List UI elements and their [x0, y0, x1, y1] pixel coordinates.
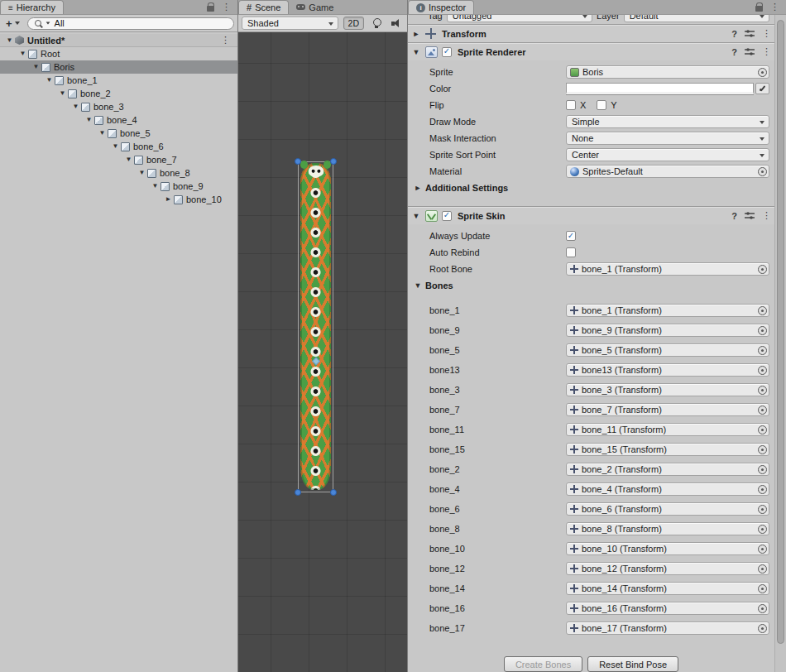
draw-mode-dropdown[interactable]: Simple — [566, 115, 769, 128]
object-picker-icon[interactable] — [758, 505, 767, 514]
inspector-scrollbar[interactable] — [774, 15, 786, 672]
color-swatch[interactable] — [566, 83, 754, 94]
sprite-sort-point-dropdown[interactable]: Center — [566, 148, 769, 161]
selection-handle[interactable] — [330, 489, 337, 496]
tree-item-bone-9[interactable]: ▼ bone_9 — [0, 180, 237, 193]
always-update-checkbox[interactable]: ✓ — [566, 231, 576, 241]
foldout-closed-icon[interactable]: ► — [411, 30, 421, 38]
bones-foldout[interactable]: ▼ Bones — [408, 277, 786, 294]
scene-menu-icon[interactable]: ⋮ — [221, 36, 230, 45]
object-picker-icon[interactable] — [758, 465, 767, 474]
create-bones-button[interactable]: Create Bones — [504, 656, 582, 672]
preset-icon[interactable] — [745, 211, 755, 220]
object-picker-icon[interactable] — [758, 366, 767, 375]
bone-object-field[interactable]: bone_12 (Transform) — [566, 562, 769, 575]
tree-item-bone-5[interactable]: ▼ bone_5 — [0, 127, 237, 140]
foldout-open-icon[interactable]: ▼ — [84, 113, 93, 127]
tab-game[interactable]: Game — [289, 0, 341, 14]
object-picker-icon[interactable] — [758, 604, 767, 613]
tree-item-bone-3[interactable]: ▼ bone_3 — [0, 100, 237, 113]
foldout-open-icon[interactable]: ▼ — [71, 100, 80, 113]
boris-sprite[interactable] — [300, 163, 331, 490]
component-menu-icon[interactable]: ⋮ — [762, 211, 771, 220]
hierarchy-search-input[interactable]: All — [27, 17, 234, 30]
selection-handle[interactable] — [295, 158, 301, 165]
bone-object-field[interactable]: bone13 (Transform) — [566, 363, 769, 377]
object-picker-icon[interactable] — [758, 584, 767, 593]
2d-toggle-button[interactable]: 2D — [343, 17, 364, 30]
tab-hierarchy[interactable]: ≡ Hierarchy — [0, 0, 64, 14]
foldout-open-icon[interactable]: ▼ — [411, 212, 421, 220]
tree-item-boris[interactable]: ▼ Boris — [0, 60, 237, 74]
sprite-renderer-component-header[interactable]: ▼ ✓ Sprite Renderer ? ⋮ — [408, 42, 786, 60]
audio-toggle-icon[interactable] — [389, 17, 404, 30]
panel-menu-icon[interactable]: ⋮ — [770, 2, 779, 12]
foldout-open-icon[interactable]: ▼ — [18, 47, 27, 60]
bone-object-field[interactable]: bone_11 (Transform) — [566, 423, 769, 436]
foldout-open-icon[interactable]: ▼ — [31, 60, 41, 74]
tree-item-bone-10[interactable]: ► bone_10 — [0, 193, 237, 206]
object-picker-icon[interactable] — [758, 265, 767, 274]
tree-item-bone-7[interactable]: ▼ bone_7 — [0, 153, 237, 166]
preset-icon[interactable] — [745, 47, 755, 56]
flip-y-checkbox[interactable] — [597, 100, 606, 110]
help-icon[interactable]: ? — [731, 29, 737, 39]
object-picker-icon[interactable] — [758, 525, 767, 534]
tag-dropdown[interactable]: Untagged — [447, 15, 592, 22]
object-picker-icon[interactable] — [758, 425, 767, 434]
tree-item-root[interactable]: ▼ Root — [0, 47, 237, 60]
object-picker-icon[interactable] — [758, 306, 767, 315]
foldout-open-icon[interactable]: ▼ — [58, 87, 67, 100]
tree-item-bone-2[interactable]: ▼ bone_2 — [0, 87, 237, 100]
flip-x-checkbox[interactable] — [566, 100, 576, 110]
scene-viewport[interactable] — [238, 32, 407, 672]
eyedropper-icon[interactable] — [755, 83, 769, 94]
component-menu-icon[interactable]: ⋮ — [762, 47, 771, 56]
bone-object-field[interactable]: bone_9 (Transform) — [566, 324, 769, 337]
bone-object-field[interactable]: bone_1 (Transform) — [566, 304, 769, 317]
bone-object-field[interactable]: bone_7 (Transform) — [566, 403, 769, 416]
object-picker-icon[interactable] — [758, 346, 767, 355]
bone-object-field[interactable]: bone_10 (Transform) — [566, 542, 769, 555]
component-menu-icon[interactable]: ⋮ — [762, 29, 771, 38]
foldout-open-icon[interactable]: ▼ — [111, 140, 120, 153]
tab-scene[interactable]: # Scene — [238, 0, 289, 14]
transform-component-header[interactable]: ► Transform ? ⋮ — [408, 24, 786, 42]
object-picker-icon[interactable] — [758, 485, 767, 494]
scrollbar-thumb[interactable] — [777, 20, 784, 644]
tree-item-bone-4[interactable]: ▼ bone_4 — [0, 113, 237, 127]
tree-item-bone-6[interactable]: ▼ bone_6 — [0, 140, 237, 153]
preset-icon[interactable] — [745, 29, 755, 38]
reset-bind-pose-button[interactable]: Reset Bind Pose — [587, 656, 678, 672]
foldout-closed-icon[interactable]: ► — [164, 193, 173, 206]
auto-rebind-checkbox[interactable] — [566, 247, 576, 257]
bone-object-field[interactable]: bone_2 (Transform) — [566, 463, 769, 476]
root-bone-object-field[interactable]: bone_1 (Transform) — [566, 262, 769, 276]
bone-object-field[interactable]: bone_4 (Transform) — [566, 482, 769, 496]
object-picker-icon[interactable] — [758, 564, 767, 574]
help-icon[interactable]: ? — [731, 211, 737, 221]
tree-item-bone-1[interactable]: ▼ bone_1 — [0, 74, 237, 87]
help-icon[interactable]: ? — [731, 47, 737, 57]
bone-object-field[interactable]: bone_17 (Transform) — [566, 622, 769, 635]
bone-object-field[interactable]: bone_16 (Transform) — [566, 602, 769, 615]
scene-header-row[interactable]: ▼ Untitled* ⋮ — [0, 34, 237, 47]
foldout-open-icon[interactable]: ▼ — [124, 153, 133, 166]
object-picker-icon[interactable] — [758, 68, 767, 77]
shading-mode-dropdown[interactable]: Shaded — [242, 17, 338, 30]
lock-icon[interactable] — [207, 6, 214, 12]
selection-handle[interactable] — [295, 489, 301, 496]
panel-menu-icon[interactable]: ⋮ — [222, 2, 231, 12]
tree-item-bone-8[interactable]: ▼ bone_8 — [0, 166, 237, 180]
object-picker-icon[interactable] — [758, 326, 767, 335]
layer-dropdown[interactable]: Default — [624, 15, 769, 22]
bone-object-field[interactable]: bone_5 (Transform) — [566, 343, 769, 357]
mask-interaction-dropdown[interactable]: None — [566, 132, 769, 145]
object-picker-icon[interactable] — [758, 545, 767, 554]
bone-object-field[interactable]: bone_15 (Transform) — [566, 443, 769, 456]
foldout-open-icon[interactable]: ▼ — [45, 74, 54, 87]
sprite-object-field[interactable]: Boris — [566, 65, 769, 79]
tab-inspector[interactable]: i Inspector — [408, 0, 474, 14]
object-picker-icon[interactable] — [758, 624, 767, 633]
sprite-skin-component-header[interactable]: ▼ ✓ Sprite Skin ? ⋮ — [408, 206, 786, 224]
